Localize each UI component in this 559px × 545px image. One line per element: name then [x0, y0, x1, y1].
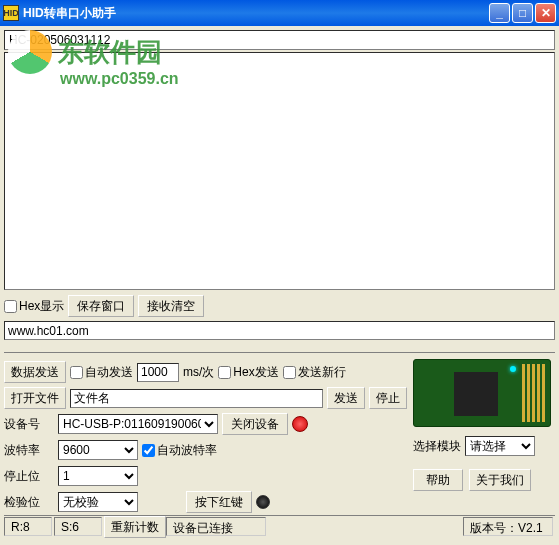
receive-textarea[interactable] — [4, 52, 555, 290]
auto-send-checkbox[interactable]: 自动发送 — [70, 364, 133, 381]
interval-unit-label: ms/次 — [183, 364, 214, 381]
stop-bit-label: 停止位 — [4, 468, 54, 485]
status-bar: R:8 S:6 重新计数 设备已连接 版本号：V2.1 — [4, 515, 555, 537]
send-newline-label: 发送新行 — [298, 364, 346, 381]
auto-send-label: 自动发送 — [85, 364, 133, 381]
maximize-button[interactable]: □ — [512, 3, 533, 23]
select-module-label: 选择模块 — [413, 438, 461, 455]
titlebar: HID HID转串口小助手 _ □ ✕ — [0, 0, 559, 26]
status-version: 版本号：V2.1 — [463, 517, 553, 536]
status-s-count: S:6 — [54, 517, 102, 536]
status-r-count: R:8 — [4, 517, 52, 536]
pcb-antenna-icon — [522, 364, 546, 422]
parity-label: 检验位 — [4, 494, 54, 511]
save-window-button[interactable]: 保存窗口 — [68, 295, 134, 317]
clear-receive-button[interactable]: 接收清空 — [138, 295, 204, 317]
auto-baud-checkbox[interactable]: 自动波特率 — [142, 442, 217, 459]
open-file-button[interactable]: 打开文件 — [4, 387, 66, 409]
black-indicator-icon — [256, 495, 270, 509]
hex-display-checkbox[interactable]: Hex显示 — [4, 298, 64, 315]
close-button[interactable]: ✕ — [535, 3, 556, 23]
device-id-label: 设备号 — [4, 416, 54, 433]
send-newline-checkbox[interactable]: 发送新行 — [283, 364, 346, 381]
send-button[interactable]: 发送 — [327, 387, 365, 409]
close-device-button[interactable]: 关闭设备 — [222, 413, 288, 435]
device-id-select[interactable]: HC-USB-P:011609190060 — [58, 414, 218, 434]
device-info-line: HC-020506031112 — [4, 30, 555, 50]
hex-display-label: Hex显示 — [19, 298, 64, 315]
site-url-input[interactable] — [4, 321, 555, 340]
help-button[interactable]: 帮助 — [413, 469, 463, 491]
hex-send-label: Hex发送 — [233, 364, 278, 381]
module-pcb-image — [413, 359, 551, 427]
parity-select[interactable]: 无校验 — [58, 492, 138, 512]
minimize-button[interactable]: _ — [489, 3, 510, 23]
auto-baud-label: 自动波特率 — [157, 442, 217, 459]
window-title: HID转串口小助手 — [23, 5, 489, 22]
baud-rate-select[interactable]: 9600 — [58, 440, 138, 460]
file-name-input[interactable] — [70, 389, 323, 408]
send-interval-input[interactable] — [137, 363, 179, 382]
stop-bit-select[interactable]: 1 — [58, 466, 138, 486]
status-connected: 设备已连接 — [166, 517, 266, 536]
select-module-select[interactable]: 请选择 — [465, 436, 535, 456]
pcb-chip-icon — [454, 372, 498, 416]
stop-button[interactable]: 停止 — [369, 387, 407, 409]
status-red-indicator-icon — [292, 416, 308, 432]
app-icon: HID — [3, 5, 19, 21]
recount-button[interactable]: 重新计数 — [104, 516, 166, 538]
pcb-led-icon — [510, 366, 516, 372]
hex-send-checkbox[interactable]: Hex发送 — [218, 364, 278, 381]
press-red-key-button[interactable]: 按下红键 — [186, 491, 252, 513]
data-send-button[interactable]: 数据发送 — [4, 361, 66, 383]
about-us-button[interactable]: 关于我们 — [469, 469, 531, 491]
baud-rate-label: 波特率 — [4, 442, 54, 459]
